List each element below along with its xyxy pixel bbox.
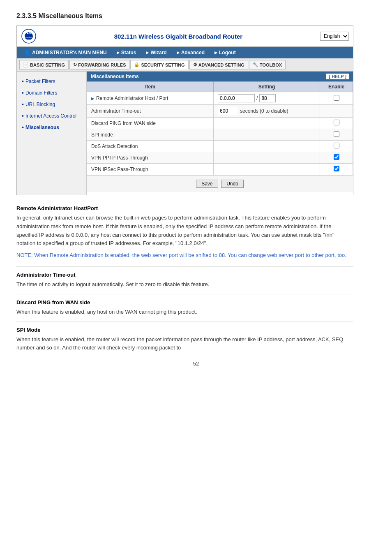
undo-button[interactable]: Undo [221,180,244,188]
sidebar-item-internet-access[interactable]: • Internet Access Control [17,110,86,122]
table-cell-setting: seconds (0 to disable) [214,105,320,118]
enable-checkbox[interactable] [334,131,339,137]
table-cell-enable [320,118,353,129]
enable-checkbox[interactable] [334,143,339,148]
planet-logo: PLANET Networking & Communication [21,28,37,44]
doc-text-discard-ping: When this feature is enabled, any host o… [16,308,353,317]
nav-item-admin[interactable]: 👤 ADMINISTRATOR's MAIN MENU [19,47,112,58]
sidebar-item-packet-filters[interactable]: • Packet Filters [17,76,86,87]
sidebar-item-miscellaneous[interactable]: • Miscellaneous [17,122,86,133]
enable-checkbox[interactable] [334,154,339,160]
subnav-toolbox[interactable]: 🔧 TOOLBOX [249,60,286,69]
misc-header: Miscellaneous Items [ HELP ] [87,72,353,81]
page-number: 52 [16,361,376,367]
doc-discard-ping: Discard PING from WAN side When this fea… [16,299,353,317]
nav-item-wizard[interactable]: ▶ Wizard [141,47,171,58]
table-cell-enable [320,129,353,141]
doc-heading-admin-timeout: Administrator Time-out [16,272,353,278]
table-cell-enable [320,105,353,118]
port-input[interactable] [259,94,276,102]
planet-logo-icon: PLANET Networking & Communication [21,28,37,44]
table-row: DoS Attack Detection [87,141,353,152]
subnav-basic[interactable]: 📄 BASIC SETTING [19,60,69,69]
doc-remote-admin: Remote Administrator Host/Port In genera… [16,205,353,260]
table-row: VPN PPTP Pass-Through [87,152,353,164]
table-cell-item: Administrator Time-out [87,105,214,118]
table-cell-item: VPN IPSec Pass-Through [87,164,214,175]
settings-table: Item Setting Enable ▶ Remote Administrat… [87,81,353,175]
doc-heading-spi-mode: SPI Mode [16,327,353,333]
arrow-icon: ▶ [146,51,149,55]
table-cell-setting [214,141,320,152]
divider [16,321,353,322]
subnav-advanced[interactable]: ⚙ ADVANCED SETTING [189,60,248,69]
ip-input[interactable] [218,94,255,102]
col-header-item: Item [87,82,214,92]
action-row: Save Undo [87,175,353,192]
bullet-icon: • [22,78,24,85]
toolbox-icon: 🔧 [253,62,258,67]
top-bar: PLANET Networking & Communication 802.11… [17,26,353,47]
doc-text-admin-timeout: The time of no activity to logout automa… [16,280,353,289]
misc-header-title: Miscellaneous Items [91,74,139,79]
svg-text:Communication: Communication [23,38,35,40]
main-nav: 👤 ADMINISTRATOR's MAIN MENU ▶ Status ▶ W… [17,47,353,58]
table-row: VPN IPSec Pass-Through [87,164,353,175]
table-cell-enable [320,164,353,175]
enable-checkbox[interactable] [334,166,339,171]
table-cell-item: ▶ Remote Administrator Host / Port [87,92,214,105]
arrow-icon: ▶ [214,51,217,55]
table-cell-item: SPI mode [87,129,214,141]
table-cell-enable [320,141,353,152]
table-cell-enable [320,92,353,105]
nav-item-status[interactable]: ▶ Status [112,47,141,58]
basic-icon: 📄 [23,62,29,67]
doc-heading-discard-ping: Discard PING from WAN side [16,299,353,305]
user-icon: 👤 [24,50,30,56]
table-row: ▶ Remote Administrator Host / Port / [87,92,353,105]
row-arrow-icon: ▶ [91,96,95,101]
sidebar: • Packet Filters • Domain Filters • URL … [17,72,87,195]
table-cell-setting: / [214,92,320,105]
doc-text-spi-mode: When this feature is enabled, the router… [16,335,353,353]
doc-text-remote-admin: In general, only Intranet user can brows… [16,214,353,248]
sidebar-item-url-blocking[interactable]: • URL Blocking [17,99,86,110]
table-cell-setting [214,118,320,129]
table-cell-setting [214,152,320,164]
divider [16,266,353,267]
save-button[interactable]: Save [196,180,218,188]
doc-spi-mode: SPI Mode When this feature is enabled, t… [16,327,353,353]
table-row: SPI mode [87,129,353,141]
table-cell-setting [214,164,320,175]
timeout-input[interactable] [218,107,238,115]
nav-item-advanced[interactable]: ▶ Advanced [172,47,210,58]
divider [16,294,353,294]
page-title: 2.3.3.5 Miscellaneous Items [16,12,376,20]
svg-text:PLANET: PLANET [23,32,35,35]
nav-item-logout[interactable]: ▶ Logout [210,47,241,58]
table-cell-item: DoS Attack Detection [87,141,214,152]
col-header-setting: Setting [214,82,320,92]
subnav-forwarding[interactable]: ↻ FORWARDING RULES [69,60,130,69]
advanced-icon: ⚙ [193,62,197,67]
table-cell-item: VPN PPTP Pass-Through [87,152,214,164]
table-row: Discard PING from WAN side [87,118,353,129]
main-panel: Miscellaneous Items [ HELP ] Item Settin… [87,72,353,195]
subnav-security[interactable]: 🔒 SECURITY SETTING [130,60,188,69]
help-link[interactable]: [ HELP ] [326,74,349,79]
table-cell-setting [214,129,320,141]
sub-nav: 📄 BASIC SETTING ↻ FORWARDING RULES 🔒 SEC… [17,58,353,72]
arrow-icon: ▶ [177,51,180,55]
table-row: Administrator Time-out seconds (0 to dis… [87,105,353,118]
forward-icon: ↻ [73,62,77,67]
sidebar-item-domain-filters[interactable]: • Domain Filters [17,87,86,99]
doc-admin-timeout: Administrator Time-out The time of no ac… [16,272,353,289]
arrow-icon: ▶ [117,51,120,55]
content-area: • Packet Filters • Domain Filters • URL … [17,72,353,195]
enable-checkbox[interactable] [334,120,339,125]
bullet-icon: • [22,101,24,108]
doc-note-remote-admin: NOTE: When Remote Administration is enab… [16,251,353,260]
bullet-icon: • [22,124,24,131]
enable-checkbox[interactable] [334,95,339,101]
language-select[interactable]: English [320,32,349,41]
